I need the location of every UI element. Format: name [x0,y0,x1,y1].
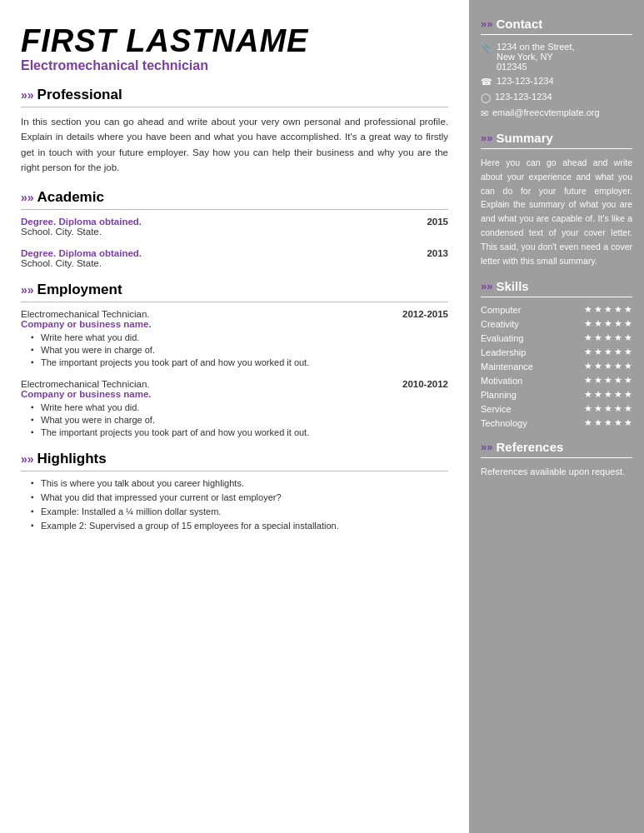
skill-row-creativity: Creativity ★ ★ ★ ★ ★ [481,318,632,329]
skill-row-motivation: Motivation ★ ★ ★ ★ ★ [481,375,632,386]
mobile-icon: ◯ [481,92,491,103]
employment-section-title: »» Employment [21,282,448,298]
bullet-item: Write here what you did. [31,332,448,342]
academic-entry-1: Degree. Diploma obtained. School. City. … [21,217,448,237]
skill-stars-planning: ★ ★ ★ ★ ★ [584,389,632,400]
bullet-item: What you were in charge of. [31,415,448,425]
academic-divider [21,209,448,210]
bullet-item: The important projects you took part of … [31,357,448,367]
contact-divider [481,34,632,35]
skill-stars-service: ★ ★ ★ ★ ★ [584,403,632,414]
skill-stars-computer: ★ ★ ★ ★ ★ [584,304,632,315]
skill-row-planning: Planning ★ ★ ★ ★ ★ [481,389,632,400]
job-title: Electromechanical technician [21,58,448,73]
arrow-icon-highlights: »» [21,452,34,466]
address-text: 1234 on the Street, New York, NY 012345 [497,42,575,72]
academic-row-1: Degree. Diploma obtained. School. City. … [21,217,448,237]
skill-stars-leadership: ★ ★ ★ ★ ★ [584,347,632,357]
academic-row-2: Degree. Diploma obtained. School. City. … [21,248,448,268]
employment-divider [21,302,448,302]
contact-section-title: »» Contact [481,17,632,31]
highlight-item: This is where you talk about you career … [31,478,448,488]
skill-stars-creativity: ★ ★ ★ ★ ★ [584,318,632,329]
arrow-icon-summary: »» [481,132,492,144]
arrow-icon-professional: »» [21,88,34,102]
summary-text: Here you can go ahead and write about yo… [481,156,632,267]
bullet-item: Write here what you did. [31,402,448,412]
skill-row-maintenance: Maintenance ★ ★ ★ ★ ★ [481,361,632,372]
employment-entry-1: Electromechanical Technician. 2012-2015 … [21,309,448,367]
academic-year-2: 2013 [427,248,448,258]
academic-degree-2: Degree. Diploma obtained. School. City. … [21,248,142,268]
academic-entry-2: Degree. Diploma obtained. School. City. … [21,248,448,268]
skill-stars-motivation: ★ ★ ★ ★ ★ [584,375,632,386]
highlight-item: What you did that impressed your current… [31,492,448,502]
professional-divider [21,107,448,107]
references-section-title: »» References [481,440,632,454]
summary-divider [481,148,632,149]
professional-text: In this section you can go ahead and wri… [21,114,448,176]
skill-stars-evaluating: ★ ★ ★ ★ ★ [584,332,632,343]
skill-row-technology: Technology ★ ★ ★ ★ ★ [481,417,632,428]
skill-stars-maintenance: ★ ★ ★ ★ ★ [584,361,632,372]
highlights-list: This is where you talk about you career … [21,478,448,531]
references-divider [481,457,632,458]
skill-row-leadership: Leadership ★ ★ ★ ★ ★ [481,347,632,357]
employment-bullets-2: Write here what you did. What you were i… [21,402,448,437]
employment-bullets-1: Write here what you did. What you were i… [21,332,448,367]
phone-icon: ☎ [481,77,492,87]
contact-email: ✉ email@freecvtemplate.org [481,107,632,119]
arrow-icon-references: »» [481,441,492,453]
skill-row-service: Service ★ ★ ★ ★ ★ [481,403,632,414]
name-block: FIRST LASTNAME Electromechanical technic… [21,25,448,73]
employment-row-2: Electromechanical Technician. 2010-2012 [21,379,448,389]
highlight-item: Example: Installed a ¼ million dollar sy… [31,506,448,516]
academic-degree-1: Degree. Diploma obtained. School. City. … [21,217,142,237]
skills-list: Computer ★ ★ ★ ★ ★ Creativity ★ ★ ★ ★ ★ … [481,304,632,428]
arrow-icon-academic: »» [21,191,34,204]
skills-divider [481,297,632,297]
left-panel: FIRST LASTNAME Electromechanical technic… [0,0,469,833]
summary-section-title: »» Summary [481,131,632,145]
right-panel: »» Contact 📎 1234 on the Street, New Yor… [469,0,644,833]
highlight-item: Example 2: Supervised a group of 15 empl… [31,521,448,531]
contact-address: 📎 1234 on the Street, New York, NY 01234… [481,42,632,72]
contact-phone1: ☎ 123-123-1234 [481,76,632,87]
arrow-icon-contact: »» [481,17,492,30]
skills-section-title: »» Skills [481,279,632,293]
bullet-item: The important projects you took part of … [31,427,448,437]
skill-row-computer: Computer ★ ★ ★ ★ ★ [481,304,632,315]
arrow-icon-skills: »» [481,280,492,292]
highlights-divider [21,471,448,471]
academic-section-title: »» Academic [21,189,448,206]
references-text: References available upon request. [481,465,632,479]
skill-row-evaluating: Evaluating ★ ★ ★ ★ ★ [481,332,632,343]
academic-year-1: 2015 [427,217,448,227]
employment-entry-2: Electromechanical Technician. 2010-2012 … [21,379,448,437]
highlights-section-title: »» Highlights [21,451,448,467]
full-name: FIRST LASTNAME [21,25,448,57]
email-icon: ✉ [481,108,488,119]
address-icon: 📎 [481,42,492,53]
professional-section-title: »» Professional [21,87,448,103]
skill-stars-technology: ★ ★ ★ ★ ★ [584,417,632,428]
contact-phone2: ◯ 123-123-1234 [481,92,632,103]
employment-row-1: Electromechanical Technician. 2012-2015 [21,309,448,319]
arrow-icon-employment: »» [21,283,34,297]
bullet-item: What you were in charge of. [31,345,448,355]
